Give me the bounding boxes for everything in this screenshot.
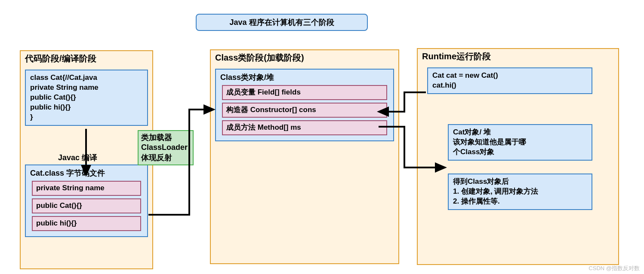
classloader-box: 类加载器 ClassLoader 体现反射 — [138, 130, 194, 165]
bytecode-item-field: private String name — [32, 181, 141, 196]
runtime-stage: Runtime运行阶段 Cat cat = new Cat() cat.hi()… — [417, 48, 619, 265]
compile-label: Javac 编译 — [58, 152, 97, 163]
runtime-code-box: Cat cat = new Cat() cat.hi() — [427, 67, 592, 94]
bytecode-item-method: public hi(){} — [32, 216, 141, 231]
source-code-box: class Cat{//Cat.java private String name… — [25, 70, 148, 126]
class-stage-title: Class类阶段(加载阶段) — [211, 50, 398, 66]
class-heap-constructors: 构造器 Constructor[] cons — [222, 103, 387, 118]
diagram-title: Java 程序在计算机有三个阶段 — [196, 14, 368, 31]
class-heap-fields: 成员变量 Field[] fields — [222, 85, 387, 100]
class-heap-methods: 成员方法 Method[] ms — [222, 120, 387, 135]
class-stage: Class类阶段(加载阶段) Class类对象/堆 成员变量 Field[] f… — [210, 49, 399, 264]
class-heap-title: Class类对象/堆 — [220, 72, 389, 82]
code-stage-title: 代码阶段/编译阶段 — [21, 51, 152, 67]
cat-object-box: Cat对象/ 堆 该对象知道他是属于哪 个Class对象 — [448, 124, 592, 161]
bytecode-title: Cat.class 字节码文件 — [30, 168, 143, 178]
bytecode-item-constructor: public Cat(){} — [32, 198, 141, 213]
watermark: CSDN @指数反对数 — [589, 265, 640, 272]
runtime-stage-title: Runtime运行阶段 — [418, 49, 618, 65]
bytecode-box: Cat.class 字节码文件 private String name publ… — [25, 164, 148, 237]
class-usage-box: 得到Class对象后 1. 创建对象, 调用对象方法 2. 操作属性等. — [448, 174, 592, 210]
class-heap-box: Class类对象/堆 成员变量 Field[] fields 构造器 Const… — [215, 69, 394, 141]
